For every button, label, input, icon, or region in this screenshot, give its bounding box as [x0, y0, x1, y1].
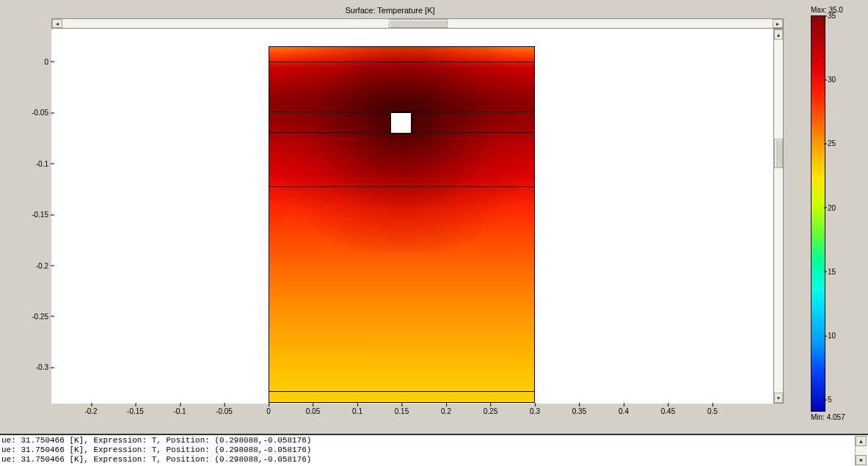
log-panel: ue: 31.750466 [K], Expression: T, Positi… — [0, 434, 868, 466]
x-tick-label: -0.2 — [84, 407, 97, 415]
log-scroll-up-button[interactable]: ▲ — [856, 436, 867, 446]
boundary-line — [269, 62, 535, 62]
log-text: ue: 31.750466 [K], Expression: T, Positi… — [1, 436, 855, 465]
y-tick-label: -0.1 — [26, 159, 48, 167]
plot-vscrollbar[interactable]: ▲ ▼ — [773, 29, 784, 404]
hscroll-thumb[interactable] — [389, 19, 448, 28]
scroll-right-button[interactable]: ► — [773, 19, 783, 28]
log-vscrollbar[interactable]: ▲ ▼ — [855, 436, 867, 465]
scroll-down-button[interactable]: ▼ — [774, 393, 783, 403]
colorbar-tick-label: 10 — [828, 332, 836, 340]
y-tick-label: -0.3 — [26, 363, 48, 371]
y-tick-label: -0.25 — [26, 312, 48, 320]
x-tick-label: 0.15 — [395, 407, 409, 415]
x-tick-label: 0.25 — [484, 407, 497, 415]
x-tick-label: 0.35 — [572, 407, 586, 415]
plot-hscrollbar[interactable]: ◄ ► — [51, 18, 784, 29]
log-scroll-track[interactable] — [856, 446, 867, 455]
y-tick-label: 0 — [26, 57, 48, 65]
colorbar-tick-label: 35 — [828, 12, 836, 20]
x-tick-label: 0.1 — [352, 407, 362, 415]
colorbar-gradient — [811, 15, 825, 412]
colorbar-tick-label: 30 — [828, 76, 836, 84]
colorbar-tick-label: 25 — [828, 139, 836, 148]
x-tick-label: 0.4 — [619, 407, 629, 415]
hscroll-track[interactable] — [62, 19, 773, 28]
colorbar-tick-label: 5 — [828, 396, 832, 404]
x-tick-label: -0.15 — [127, 407, 144, 415]
colorbar-tick-label: 20 — [828, 203, 836, 211]
log-scroll-down-button[interactable]: ▼ — [856, 455, 867, 465]
temperature-hotcore — [269, 46, 535, 252]
x-tick-label: 0 — [266, 407, 271, 415]
x-tick-label: 0.5 — [707, 407, 718, 415]
scroll-left-button[interactable]: ◄ — [52, 19, 62, 28]
boundary-line — [269, 391, 535, 392]
x-tick-label: 0.05 — [306, 407, 320, 415]
plot-canvas[interactable] — [51, 29, 773, 404]
plot-title: Surface: Temperature [K] — [0, 6, 780, 15]
cutout-square — [390, 112, 412, 134]
x-tick-label: -0.05 — [216, 407, 233, 415]
x-tick-label: 0.45 — [661, 407, 675, 415]
x-tick-label: 0.2 — [441, 407, 451, 415]
y-tick-label: -0.2 — [26, 261, 48, 269]
colorbar-tick-label: 15 — [828, 267, 836, 275]
colorbar: Max: 35.0 3530252015105 Min: 4.057 — [811, 6, 862, 432]
boundary-line — [269, 186, 535, 187]
vscroll-track[interactable] — [774, 40, 783, 393]
scroll-up-button[interactable]: ▲ — [774, 29, 783, 40]
colorbar-min-label: Min: 4.057 — [811, 413, 862, 421]
colorbar-ticks: 3530252015105 — [828, 15, 862, 412]
x-tick-label: 0.3 — [530, 407, 540, 415]
x-tick-label: -0.1 — [173, 407, 186, 415]
y-tick-label: -0.15 — [26, 211, 48, 219]
vscroll-thumb[interactable] — [774, 139, 783, 168]
colorbar-max-label: Max: 35.0 — [811, 6, 862, 14]
y-tick-label: -0.05 — [26, 109, 48, 117]
